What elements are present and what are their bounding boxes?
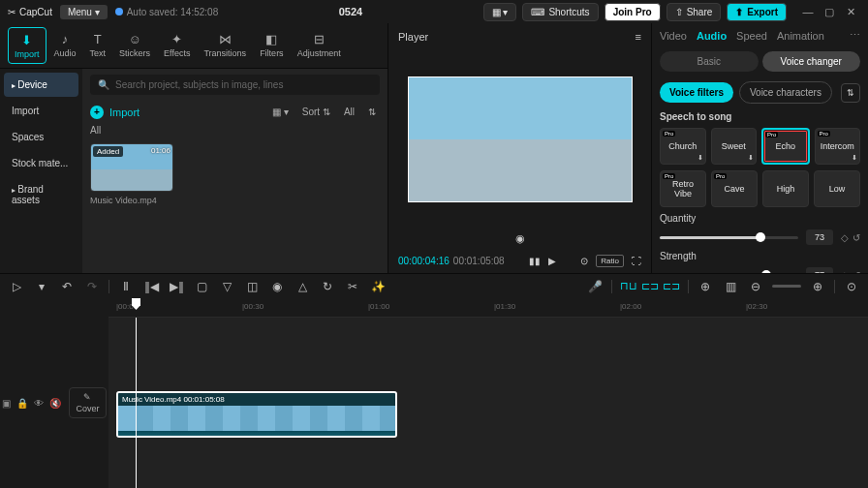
crop-icon[interactable]: ✂ (344, 280, 361, 293)
tool-tab-transitions[interactable]: ⋈Transitions (198, 27, 252, 64)
trim-right-icon[interactable]: ▶‖ (168, 280, 185, 293)
tool-tab-effects[interactable]: ✦Effects (158, 27, 196, 64)
timeline-ruler[interactable]: |00:00|00:30|01:00|01:30|02:00|02:30 (108, 298, 868, 318)
subtab-basic[interactable]: Basic (660, 51, 759, 72)
timeline: |00:00|00:30|01:00|01:30|02:00|02:30 ▣ 🔒… (0, 298, 868, 488)
timeline-clip[interactable]: Music Video.mp4 00:01:05:08 (116, 391, 397, 438)
filter-icon[interactable]: ⇅ (364, 105, 380, 119)
effect-low[interactable]: Low (814, 170, 860, 207)
tab-animation[interactable]: Animation (777, 30, 824, 42)
rotate-icon[interactable]: ↻ (319, 280, 336, 293)
effect-intercom[interactable]: ProIntercom⬇ (815, 128, 861, 165)
filter-settings-icon[interactable]: ⇅ (841, 83, 860, 103)
search-input[interactable]: 🔍 Search project, subjects in image, lin… (90, 75, 380, 95)
sidebar-item[interactable]: Import (4, 99, 78, 123)
strength-reset-icon[interactable]: ↺ (852, 270, 860, 274)
close-icon[interactable]: ✕ (841, 6, 860, 18)
maximize-icon[interactable]: ▢ (820, 6, 839, 18)
preview-quality-icon[interactable]: ⊙ (580, 256, 588, 266)
quantity-diamond-icon[interactable]: ◇ (841, 232, 849, 243)
quantity-value[interactable]: 73 (806, 229, 833, 245)
zoom-slider[interactable] (772, 285, 801, 288)
tab-speed[interactable]: Speed (736, 30, 767, 42)
sidebar-item[interactable]: Device (4, 73, 78, 97)
export-button[interactable]: ⬆ Export (727, 3, 787, 21)
strength-diamond-icon[interactable]: ◇ (841, 270, 849, 274)
sort-button[interactable]: Sort ⇅ (298, 105, 334, 119)
split-icon[interactable]: Ⅱ (117, 280, 135, 293)
chip-voice-filters[interactable]: Voice filters (660, 82, 733, 103)
pointer-tool-icon[interactable]: ▷ (8, 280, 25, 293)
quantity-reset-icon[interactable]: ↺ (852, 232, 860, 243)
share-button[interactable]: ⇧ Share (666, 3, 722, 21)
player-screen[interactable] (408, 76, 633, 202)
fullscreen-icon[interactable]: ⛶ (632, 256, 641, 266)
timeline-toolbar: ▷ ▾ ↶ ↷ Ⅱ ‖◀ ▶‖ ▢ ▽ ◫ ◉ △ ↻ ✂ ✨ 🎤 ⊓⊔ ⊏⊐ … (0, 273, 868, 298)
zoom-out-icon[interactable]: ⊖ (747, 280, 764, 293)
import-button[interactable]: +Import (90, 106, 140, 119)
strength-value[interactable]: 77 (806, 267, 833, 273)
tool5-icon[interactable]: ▽ (218, 280, 235, 293)
cover-button[interactable]: ✎Cover (69, 387, 106, 418)
subtab-voice-changer[interactable]: Voice changer (762, 51, 861, 72)
media-thumb[interactable]: Added 01:06 Music Video.mp4 (90, 143, 173, 205)
minimize-icon[interactable]: — (798, 6, 818, 18)
effect-echo[interactable]: ProEcho (761, 128, 810, 165)
tab-video[interactable]: Video (660, 30, 687, 42)
mirror-icon[interactable]: △ (294, 280, 311, 293)
chip-voice-characters[interactable]: Voice characters (739, 81, 832, 104)
tool7-icon[interactable]: ◉ (268, 280, 286, 293)
tool-dropdown-icon[interactable]: ▾ (33, 280, 50, 293)
layout-icon[interactable]: ▦ ▾ (483, 3, 517, 21)
timeline-settings-icon[interactable]: ⊙ (843, 280, 860, 293)
playhead[interactable] (136, 318, 137, 488)
sidebar-item[interactable]: Spaces (4, 125, 78, 149)
track-mute-icon[interactable]: 🔇 (49, 398, 61, 409)
sidebar-item[interactable]: Stock mate... (4, 151, 78, 175)
snap2-icon[interactable]: ⊏⊐ (641, 280, 659, 292)
tool6-icon[interactable]: ◫ (243, 280, 261, 293)
quantity-slider[interactable] (660, 236, 798, 239)
ratio-button[interactable]: Ratio (596, 255, 624, 267)
track-opts-icon[interactable]: ▥ (722, 280, 739, 293)
player-menu-icon[interactable]: ≡ (636, 31, 641, 43)
effect-cave[interactable]: ProCave (711, 170, 758, 207)
compare-icon[interactable]: ◉ (515, 232, 525, 244)
track-visible-icon[interactable]: 👁 (34, 398, 44, 409)
enhance-icon[interactable]: ✨ (369, 280, 387, 293)
undo-icon[interactable]: ↶ (58, 280, 76, 293)
align-icon[interactable]: ⊕ (697, 280, 714, 293)
tracks-area[interactable]: Music Video.mp4 00:01:05:08 (108, 318, 868, 488)
volume-icon[interactable]: ▮▮ (529, 256, 541, 266)
tool-tab-audio[interactable]: ♪Audio (48, 27, 82, 64)
tab-audio[interactable]: Audio (697, 30, 727, 42)
mic-icon[interactable]: 🎤 (586, 280, 604, 293)
tool-tab-filters[interactable]: ◧Filters (254, 27, 290, 64)
sidebar-item[interactable]: Brand assets (4, 177, 78, 212)
join-pro-button[interactable]: Join Pro (604, 3, 661, 21)
track-lock-icon[interactable]: 🔒 (16, 398, 28, 409)
tool-tab-stickers[interactable]: ☺Stickers (113, 27, 156, 64)
redo-icon[interactable]: ↷ (83, 280, 101, 293)
effect-church[interactable]: ProChurch⬇ (660, 128, 706, 165)
zoom-in-icon[interactable]: ⊕ (809, 280, 826, 293)
track-icon1[interactable]: ▣ (2, 398, 11, 409)
tool-tab-import[interactable]: ⬇Import (8, 27, 46, 64)
tool-tab-adjustment[interactable]: ⊟Adjustment (292, 27, 347, 64)
trim-left-icon[interactable]: ‖◀ (142, 280, 160, 293)
effect-retro-vibe[interactable]: ProRetro Vibe (660, 170, 706, 207)
snap1-icon[interactable]: ⊓⊔ (620, 280, 637, 292)
player-title: Player (398, 31, 428, 43)
media-sidebar: DeviceImportSpacesStock mate...Brand ass… (0, 69, 82, 273)
delete-icon[interactable]: ▢ (193, 280, 210, 293)
grid-view-icon[interactable]: ▦ ▾ (268, 105, 293, 119)
effect-high[interactable]: High (762, 170, 809, 207)
tab-more-icon[interactable]: ⋯ (850, 29, 860, 42)
shortcuts-button[interactable]: ⌨ Shortcuts (522, 3, 598, 21)
snap3-icon[interactable]: ⊏⊐ (663, 280, 680, 292)
play-button[interactable]: ▶ (548, 256, 556, 266)
filter-all[interactable]: All (340, 105, 358, 119)
effect-sweet[interactable]: Sweet⬇ (711, 128, 758, 165)
tool-tab-text[interactable]: TText (84, 27, 112, 64)
menu-button[interactable]: Menu ▾ (60, 5, 108, 19)
